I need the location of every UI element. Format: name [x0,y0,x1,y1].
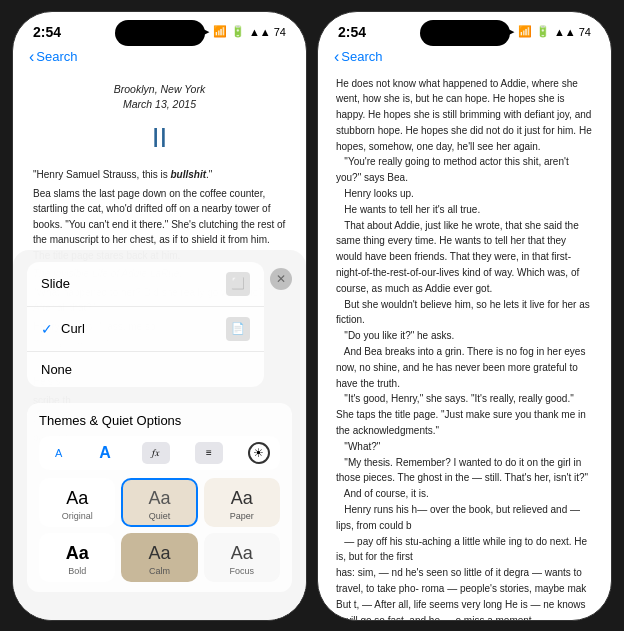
chapter-number: II [33,117,286,159]
font-decrease-button[interactable]: A [49,445,68,461]
themes-title: Themes & Quiet Options [39,413,181,428]
left-phone: 2:54 ●●● ▶ 📶 🔋 ▲▲ 74 ‹ Search Br [12,11,307,621]
slide-options-row: Slide ⬜ ✓ Curl 📄 [27,262,292,395]
theme-focus[interactable]: Aa Focus [204,533,280,582]
right-para-3: Henry looks up. [336,186,593,202]
theme-quiet-aa: Aa [148,488,170,509]
overlay-panel: Slide ⬜ ✓ Curl 📄 [13,250,306,620]
theme-quiet[interactable]: Aa Quiet [121,478,197,527]
right-para-15: has: sim, — nd he's seen so little of it… [336,565,593,619]
slide-icon: ⬜ [226,272,250,296]
close-btn-container: ✕ [270,262,292,395]
quote-text: "Henry Samuel Strauss, this is bullshit.… [33,169,212,180]
font-increase-button[interactable]: A [93,442,117,464]
theme-paper[interactable]: Aa Paper [204,478,280,527]
checkmark-icon: ✓ [41,321,53,337]
theme-bold-aa: Aa [66,543,89,564]
font-align-icon[interactable]: ≡ [195,442,223,464]
theme-quiet-name: Quiet [149,511,171,521]
book-location: Brooklyn, New York March 13, 2015 [33,82,286,114]
themes-section: Themes & Quiet Options A A 𝑓𝑥 ≡ ☀ [27,403,292,592]
right-para-10: "What?" [336,439,593,455]
right-para-9: "It's good, Henry," she says. "It's real… [336,391,593,438]
brightness-icon[interactable]: ☀ [248,442,270,464]
slide-option-curl[interactable]: ✓ Curl 📄 [27,307,264,352]
right-para-7: "Do you like it?" he asks. [336,328,593,344]
theme-focus-name: Focus [230,566,255,576]
theme-original[interactable]: Aa Original [39,478,115,527]
right-para-4: He wants to tell her it's all true. [336,202,593,218]
left-nav-bar: ‹ Search [13,44,306,72]
right-para-14: — pay off his stu-aching a little while … [336,534,593,566]
curl-label: Curl [61,321,85,336]
right-para-11: "My thesis. Remember? I wanted to do it … [336,455,593,487]
themes-header: Themes & Quiet Options [39,413,280,428]
right-para-6: But she wouldn't believe him, so he lets… [336,297,593,329]
curl-icon: 📄 [226,317,250,341]
right-para-12: And of course, it is. [336,486,593,502]
right-nav-back[interactable]: ‹ Search [334,48,383,66]
slide-options-list: Slide ⬜ ✓ Curl 📄 [27,262,264,387]
slide-option-slide[interactable]: Slide ⬜ [27,262,264,307]
left-status-time: 2:54 [33,24,61,40]
right-dynamic-island [420,20,510,46]
theme-calm-aa: Aa [148,543,170,564]
right-back-arrow-icon: ‹ [334,48,339,66]
font-style-icon[interactable]: 𝑓𝑥 [142,442,170,464]
right-para-2: "You're really going to method actor thi… [336,154,593,186]
theme-calm-name: Calm [149,566,170,576]
right-para-5: That about Addie, just like he wrote, th… [336,218,593,297]
left-nav-back[interactable]: ‹ Search [29,48,78,66]
theme-original-name: Original [62,511,93,521]
slide-label: Slide [41,276,70,291]
slide-option-none[interactable]: None [27,352,264,387]
theme-paper-name: Paper [230,511,254,521]
dynamic-island [115,20,205,46]
book-header: Brooklyn, New York March 13, 2015 II [33,82,286,160]
theme-focus-aa: Aa [231,543,253,564]
right-status-time: 2:54 [338,24,366,40]
left-back-arrow-icon: ‹ [29,48,34,66]
right-para-8: And Bea breaks into a grin. There is no … [336,344,593,391]
theme-grid: Aa Original Aa Quiet Aa [39,478,280,582]
theme-bold-name: Bold [68,566,86,576]
right-phone: 2:54 ●●● ▶ 📶 🔋 ▲▲ 74 ‹ Search He does no… [317,11,612,621]
phones-container: 2:54 ●●● ▶ 📶 🔋 ▲▲ 74 ‹ Search Br [12,11,612,621]
theme-bold[interactable]: Aa Bold [39,533,115,582]
theme-calm[interactable]: Aa Calm [121,533,197,582]
none-label: None [41,362,72,377]
theme-original-aa: Aa [66,488,88,509]
right-para-1: He does not know what happened to Addie,… [336,76,593,155]
theme-paper-aa: Aa [231,488,253,509]
right-book-content: He does not know what happened to Addie,… [318,72,611,620]
font-controls: A A 𝑓𝑥 ≡ ☀ [39,436,280,470]
close-button[interactable]: ✕ [270,268,292,290]
right-nav-bar: ‹ Search [318,44,611,72]
right-para-13: Henry runs his h— over the book, but rel… [336,502,593,534]
